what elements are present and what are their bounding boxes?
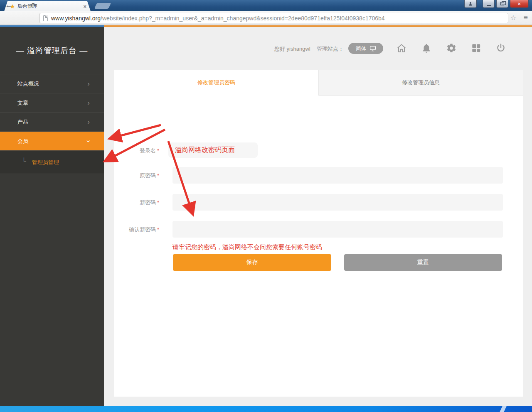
sidebar-item-label: 文章	[17, 99, 28, 107]
browser-titlebar: ★ 后台管理 × ✕	[0, 0, 532, 11]
label-text: 确认新密码	[129, 226, 156, 233]
sidebar-subitem-admin-management[interactable]: └ 管理员管理	[0, 151, 104, 174]
desktop-wallpaper-strip	[0, 406, 532, 412]
chevron-down-icon: ›	[84, 140, 93, 142]
forward-button[interactable]: →	[16, 1, 27, 10]
tree-branch-icon: └	[22, 157, 26, 164]
restore-icon	[500, 2, 504, 5]
settings-gear-icon[interactable]	[446, 43, 457, 54]
restore-button[interactable]	[496, 0, 508, 8]
login-name-input[interactable]	[168, 142, 258, 158]
sidebar-item-label: 产品	[17, 118, 28, 126]
home-icon[interactable]	[396, 43, 407, 54]
sidebar-item-articles[interactable]: 文章 ›	[0, 93, 104, 113]
confirm-password-input[interactable]	[172, 221, 503, 238]
profile-button[interactable]	[464, 0, 477, 8]
password-warning-text: 请牢记您的密码，溢尚网络不会问您索要任何账号密码	[172, 243, 322, 251]
confirm-password-label: 确认新密码*	[114, 226, 159, 233]
bookmark-star-icon[interactable]: ☆	[510, 14, 516, 22]
new-tab-button[interactable]	[94, 3, 111, 9]
sidebar-item-label: 会员	[17, 137, 28, 145]
language-toggle[interactable]: 简体	[348, 43, 383, 54]
page-icon	[43, 15, 48, 21]
person-icon	[468, 1, 473, 6]
sidebar: — 溢尚管理后台 — 站点概况 › 文章 › 产品 › 会员 › └ 管理员管理	[0, 27, 104, 406]
notifications-bell-icon[interactable]	[421, 43, 432, 54]
sidebar-item-label: 站点概况	[17, 80, 39, 88]
url-host: www.yishangwl.org	[51, 15, 101, 22]
browser-menu-icon[interactable]: ≡	[523, 13, 528, 22]
language-toggle-label: 简体	[356, 45, 367, 52]
wallpaper-streak	[499, 406, 507, 412]
minimize-icon	[487, 5, 491, 6]
new-password-input[interactable]	[172, 194, 503, 211]
old-password-input[interactable]	[172, 167, 503, 184]
url-text: www.yishangwl.org/website/index.php?_m=a…	[51, 15, 385, 22]
user-greeting: 您好 yishangwl	[274, 45, 310, 53]
manage-site-label: 管理站点：	[317, 45, 344, 53]
url-bar[interactable]: www.yishangwl.org/website/index.php?_m=a…	[39, 13, 508, 23]
url-path: /website/index.php?_m=admin_user&_a=admi…	[101, 15, 385, 22]
change-password-form: 登录名* 原密码* 新密码* 确认新密码* 请牢记您的密码，溢尚网络不会问您索要…	[114, 96, 523, 397]
chevron-right-icon: ›	[87, 99, 90, 107]
sidebar-item-members[interactable]: 会员 ›	[0, 132, 104, 151]
screen: ★ 后台管理 × ✕ ← → ⟳ www.yishangwl.org/websi…	[0, 0, 532, 412]
window-controls: ✕	[464, 0, 529, 8]
sidebar-item-products[interactable]: 产品 ›	[0, 113, 104, 132]
refresh-button[interactable]: ⟳	[28, 1, 39, 10]
required-asterisk: *	[157, 147, 159, 154]
required-asterisk: *	[157, 172, 159, 179]
label-text: 原密码	[140, 172, 156, 179]
sidebar-subitem-label: 管理员管理	[32, 159, 59, 166]
minimize-button[interactable]	[483, 0, 495, 8]
tab-change-info[interactable]: 修改管理员信息	[318, 70, 523, 96]
chevron-right-icon: ›	[87, 80, 90, 88]
label-text: 新密码	[140, 199, 156, 206]
required-asterisk: *	[157, 199, 159, 206]
panel-tabbar: 修改管理员密码 修改管理员信息	[114, 70, 523, 96]
apps-grid-icon[interactable]	[471, 43, 482, 54]
tab-change-password[interactable]: 修改管理员密码	[114, 70, 318, 96]
tab-close-icon[interactable]: ×	[83, 3, 86, 10]
reset-button[interactable]: 重置	[344, 254, 502, 271]
save-button[interactable]: 保存	[173, 254, 331, 271]
label-text: 登录名	[140, 147, 156, 154]
back-button[interactable]: ←	[3, 1, 14, 10]
required-asterisk: *	[157, 226, 159, 233]
accent-line-orange	[104, 25, 532, 27]
sidebar-item-site-overview[interactable]: 站点概况 ›	[0, 74, 104, 93]
sidebar-title: — 溢尚管理后台 —	[0, 27, 104, 74]
monitor-icon	[369, 46, 376, 52]
login-name-label: 登录名*	[114, 147, 159, 154]
new-password-label: 新密码*	[114, 199, 159, 206]
browser-tab-title: 后台管理	[17, 3, 81, 10]
chevron-right-icon: ›	[87, 118, 90, 126]
old-password-label: 原密码*	[114, 172, 159, 179]
content-panel: 修改管理员密码 修改管理员信息 登录名* 原密码* 新密码* 确认新密码* 请牢…	[114, 70, 523, 397]
close-icon: ✕	[517, 2, 521, 6]
power-logout-icon[interactable]	[495, 43, 506, 54]
close-button[interactable]: ✕	[510, 0, 529, 8]
